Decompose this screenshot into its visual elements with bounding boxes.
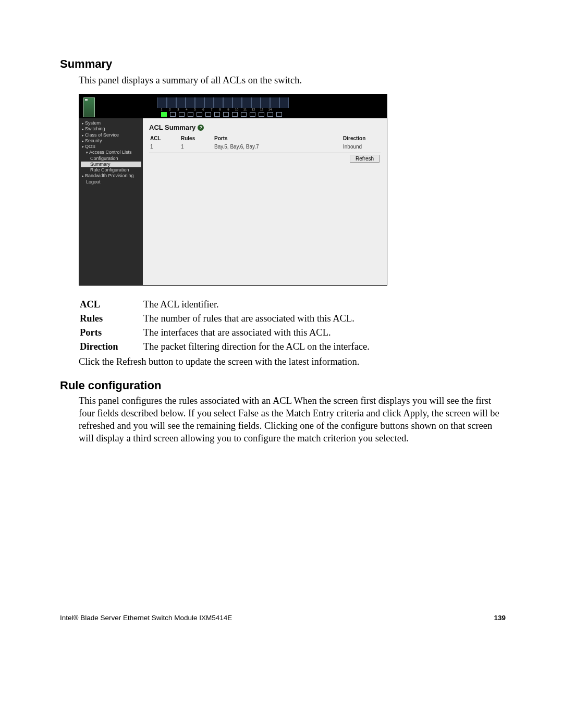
port-num: 9 — [224, 108, 232, 111]
port-num: 2 — [166, 108, 174, 111]
col-rules: Rules — [180, 133, 213, 143]
port-num: 13 — [258, 108, 266, 111]
port-num: 5 — [191, 108, 199, 111]
sidebar-item-system[interactable]: System — [81, 120, 141, 126]
col-ports: Ports — [213, 133, 342, 143]
cell-ports: Bay.5, Bay.6, Bay.7 — [213, 143, 342, 153]
sidebar-item-rule-config[interactable]: Rule Configuration — [81, 167, 141, 173]
port-num: 7 — [207, 108, 216, 111]
def-ports: The interfaces that are associated with … — [143, 326, 370, 339]
sidebar-item-logout[interactable]: Logout — [81, 179, 141, 185]
port-num: 4 — [182, 108, 191, 111]
rule-config-body: This panel configures the rules associat… — [79, 394, 506, 445]
table-row: 1 1 Bay.5, Bay.6, Bay.7 Inbound — [149, 143, 381, 153]
sidebar-item-switching[interactable]: Switching — [81, 126, 141, 132]
sidebar-item-security[interactable]: Security — [81, 138, 141, 144]
sidebar-nav: System Switching Class of Service Securi… — [79, 118, 143, 285]
port-num: 6 — [199, 108, 207, 111]
definition-list: ACL The ACL identifier. Rules The number… — [79, 297, 371, 354]
port-num: 10 — [232, 108, 241, 111]
sidebar-item-qos[interactable]: QOS — [81, 144, 141, 150]
port-num: 14 — [266, 108, 274, 111]
panel-title-text: ACL Summary — [149, 124, 195, 131]
sidebar-item-summary[interactable]: Summary — [81, 162, 141, 167]
sidebar-item-bandwidth[interactable]: Bandwidth Provisioning — [81, 173, 141, 179]
def-direction: The packet filtering direction for the A… — [143, 340, 370, 353]
port-indicator-row — [160, 112, 289, 117]
heading-rule-config: Rule configuration — [60, 379, 506, 392]
panel-title: ACL Summary ? — [149, 124, 381, 131]
port-number-row: 1 2 3 4 5 6 7 8 9 10 11 12 13 14 — [157, 108, 289, 111]
sidebar-item-configuration[interactable]: Configuration — [81, 156, 141, 162]
port-status-strip: 1 2 3 4 5 6 7 8 9 10 11 12 13 14 — [157, 97, 289, 117]
sidebar-item-acl[interactable]: Access Control Lists — [81, 150, 141, 155]
device-logo — [83, 97, 145, 117]
port-num: 8 — [216, 108, 224, 111]
port-num: 12 — [249, 108, 258, 111]
summary-intro-text: This panel displays a summary of all ACL… — [79, 74, 506, 87]
sidebar-item-cos[interactable]: Class of Service — [81, 132, 141, 138]
term-direction: Direction — [80, 340, 142, 353]
heading-summary: Summary — [60, 57, 506, 71]
screenshot-header: 1 2 3 4 5 6 7 8 9 10 11 12 13 14 — [79, 94, 387, 118]
port-num: 1 — [157, 108, 166, 111]
term-ports: Ports — [80, 326, 142, 339]
term-acl: ACL — [80, 298, 142, 311]
col-acl: ACL — [149, 133, 180, 143]
help-icon[interactable]: ? — [198, 125, 204, 131]
def-acl: The ACL identifier. — [143, 298, 370, 311]
refresh-button[interactable]: Refresh — [350, 155, 380, 163]
acl-summary-table: ACL Rules Ports Direction 1 1 Bay.5, Bay… — [149, 133, 381, 154]
term-rules: Rules — [80, 312, 142, 325]
col-direction: Direction — [342, 133, 381, 143]
cell-rules: 1 — [180, 143, 213, 153]
refresh-note: Click the Refresh button to update the s… — [79, 356, 506, 367]
def-rules: The number of rules that are associated … — [143, 312, 370, 325]
acl-summary-screenshot: 1 2 3 4 5 6 7 8 9 10 11 12 13 14 — [79, 94, 387, 286]
port-num: 3 — [174, 108, 182, 111]
acl-summary-panel: ACL Summary ? ACL Rules Ports Direction … — [143, 118, 387, 285]
cell-acl: 1 — [149, 143, 180, 153]
port-num: 11 — [241, 108, 249, 111]
table-header-row: ACL Rules Ports Direction — [149, 133, 381, 143]
cell-direction: Inbound — [342, 143, 381, 153]
